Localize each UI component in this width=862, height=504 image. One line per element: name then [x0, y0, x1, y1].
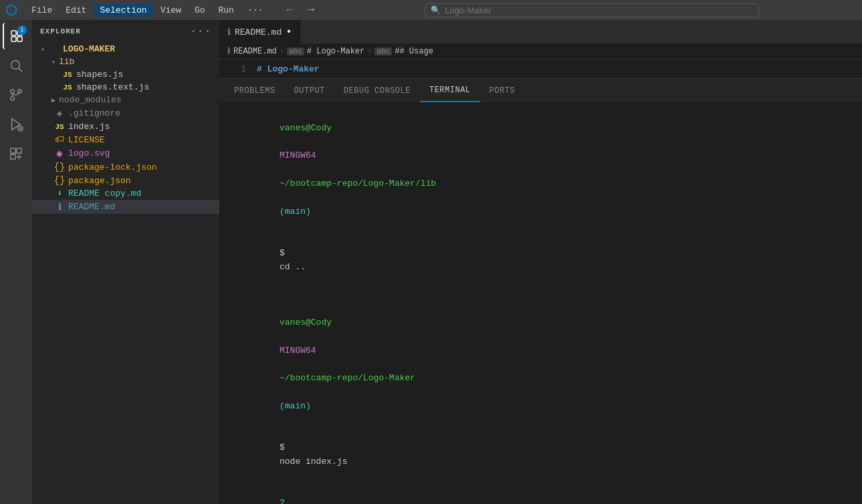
logo-svg-name: logo.svg [68, 148, 110, 158]
tree-item-shapes-text-js[interactable]: JS shapes.text.js [32, 81, 219, 94]
menu-more[interactable]: ··· [242, 4, 268, 17]
tab-readme[interactable]: ℹ README.md • [219, 20, 301, 43]
menu-bar: File Edit Selection View Go Run ··· [26, 4, 268, 17]
svg-line-5 [19, 68, 22, 72]
svg-rect-0 [11, 31, 16, 35]
tree-item-package-lock-json[interactable]: {} package-lock.json [32, 160, 219, 174]
js-file-icon-3: JS [53, 123, 66, 131]
tree-item-lib[interactable]: ▾ lib [32, 55, 219, 68]
menu-edit[interactable]: Edit [60, 4, 92, 17]
term-path-2: ~/bootcamp-repo/Logo-Maker [280, 373, 415, 383]
svg-marker-9 [12, 119, 21, 130]
panel-tab-problems[interactable]: PROBLEMS [225, 79, 285, 102]
bc-sep-1: › [280, 47, 284, 56]
tree-item-license[interactable]: 🏷 LICENSE [32, 133, 219, 146]
index-js-name: index.js [68, 122, 110, 132]
title-bar: ⬡ File Edit Selection View Go Run ··· ← … [0, 0, 862, 20]
js-file-icon: JS [62, 71, 74, 79]
lib-arrow-icon: ▾ [48, 58, 59, 66]
sidebar-header: EXPLORER ··· [32, 20, 219, 43]
activity-extensions[interactable] [3, 140, 29, 167]
bc-tag-1: abc [287, 47, 304, 55]
tree-item-index-js[interactable]: JS index.js [32, 120, 219, 133]
bc-usage[interactable]: ## Usage [395, 47, 433, 56]
panel-tab-debug-console[interactable]: DEBUG CONSOLE [334, 79, 420, 102]
term-user-2: vanes@Cody [280, 318, 332, 328]
panel-tab-output[interactable]: OUTPUT [285, 79, 334, 102]
panel-tabs: PROBLEMS OUTPUT DEBUG CONSOLE TERMINAL P… [219, 79, 862, 102]
node-modules-arrow-icon: ▶ [48, 96, 59, 104]
readme-name: README.md [68, 202, 115, 212]
tree-root-folder[interactable]: ▾ LOGO-MAKER [32, 43, 219, 55]
explorer-badge: 1 [17, 25, 27, 35]
terminal-line-4: $ node index.js [227, 427, 854, 483]
term-cmd-node: node index.js [280, 457, 347, 467]
tree-item-package-json[interactable]: {} package.json [32, 174, 219, 187]
tree-item-readme[interactable]: ℹ README.md [32, 200, 219, 214]
file-tree: ▾ LOGO-MAKER ▾ lib JS shapes.js JS shape… [32, 43, 219, 504]
sidebar-more-icon[interactable]: ··· [190, 25, 211, 37]
search-icon: 🔍 [431, 5, 441, 15]
term-branch-2: (main) [280, 401, 311, 411]
lib-folder-name: lib [59, 57, 74, 67]
menu-view[interactable]: View [155, 4, 187, 17]
package-json-name: package.json [68, 176, 131, 186]
tree-item-shapes-js[interactable]: JS shapes.js [32, 68, 219, 81]
tab-modified-dot: • [286, 26, 292, 38]
bc-icon-readme: ℹ [227, 46, 231, 56]
bc-logo-maker[interactable]: # Logo-Maker [307, 47, 364, 56]
term-branch-1: (main) [280, 207, 311, 217]
term-user-1: vanes@Cody [280, 123, 332, 133]
activity-bar: 1 [0, 20, 32, 504]
search-input[interactable] [445, 5, 753, 15]
tab-readme-icon: ℹ [227, 27, 231, 37]
readme-icon: ℹ [53, 201, 66, 213]
nav-forward-button[interactable]: → [302, 2, 320, 18]
terminal-line-3: vanes@Cody MINGW64 ~/bootcamp-repo/Logo-… [227, 302, 854, 427]
tree-item-logo-svg[interactable]: ◉ logo.svg [32, 146, 219, 160]
svg-rect-2 [11, 37, 16, 41]
term-mingw-2: MINGW64 [280, 346, 316, 356]
search-bar[interactable]: 🔍 [425, 3, 759, 17]
tree-item-readme-copy[interactable]: ⬇ README copy.md [32, 187, 219, 200]
svg-rect-3 [17, 37, 22, 41]
readme-copy-name: README copy.md [68, 188, 141, 199]
terminal-blank-1 [227, 288, 854, 302]
menu-file[interactable]: File [26, 4, 58, 17]
svg-rect-15 [11, 154, 15, 159]
editor-area: ℹ README.md • ℹ README.md › abc # Logo-M… [219, 20, 862, 504]
navigation-buttons: ← → [280, 2, 320, 18]
node-modules-name: node_modules [59, 95, 122, 105]
readme-copy-icon: ⬇ [53, 188, 66, 199]
nav-back-button[interactable]: ← [280, 2, 299, 18]
license-name: LICENSE [68, 135, 105, 145]
panel-tab-ports[interactable]: PORTS [480, 79, 525, 102]
panel-tab-terminal[interactable]: TERMINAL [420, 79, 480, 102]
svg-point-4 [11, 61, 20, 70]
editor-content: 1 # Logo-Maker [219, 59, 862, 78]
main-layout: 1 [0, 20, 862, 504]
menu-go[interactable]: Go [189, 4, 211, 17]
menu-selection[interactable]: Selection [94, 4, 152, 17]
activity-source-control[interactable] [3, 82, 29, 108]
activity-explorer[interactable]: 1 [3, 23, 29, 49]
folder-arrow-icon: ▾ [37, 45, 48, 53]
bc-sep-2: › [367, 47, 372, 56]
tree-item-gitignore[interactable]: ◈ .gitignore [32, 106, 219, 120]
bc-readme[interactable]: README.md [233, 47, 277, 56]
activity-search[interactable] [3, 52, 29, 79]
svg-rect-14 [17, 148, 21, 153]
svg-icon: ◉ [53, 148, 66, 159]
json-icon-2: {} [53, 175, 66, 186]
menu-run[interactable]: Run [213, 4, 239, 17]
terminal[interactable]: vanes@Cody MINGW64 ~/bootcamp-repo/Logo-… [219, 102, 862, 504]
tab-readme-label: README.md [235, 27, 282, 37]
tree-item-node-modules[interactable]: ▶ node_modules [32, 94, 219, 106]
sidebar: EXPLORER ··· ▾ LOGO-MAKER ▾ lib JS shape… [32, 20, 219, 504]
shapes-js-name: shapes.js [76, 70, 123, 80]
svg-point-7 [11, 97, 15, 101]
json-icon-1: {} [53, 162, 66, 172]
terminal-line-1: vanes@Cody MINGW64 ~/bootcamp-repo/Logo-… [227, 108, 854, 233]
activity-run[interactable] [3, 111, 29, 138]
root-folder-name: LOGO-MAKER [63, 44, 115, 54]
